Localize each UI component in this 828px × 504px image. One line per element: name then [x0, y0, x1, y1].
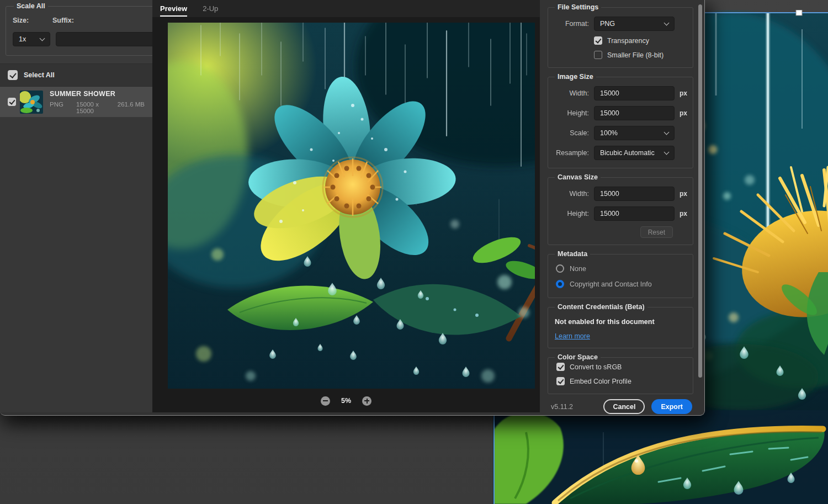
smaller-file-checkbox[interactable] [594, 51, 602, 59]
image-height-unit: px [680, 109, 687, 117]
tab-preview[interactable]: Preview [160, 0, 187, 17]
cancel-button[interactable]: Cancel [603, 399, 645, 414]
metadata-none-label: None [570, 265, 586, 273]
version-text: v5.11.2 [551, 403, 573, 411]
image-size-legend: Image Size [555, 73, 596, 81]
format-label: Format: [554, 20, 589, 28]
image-size-group: Image Size Width: px Height: px Scale: 1… [548, 73, 693, 168]
file-size: 261.6 MB [118, 101, 145, 114]
content-credentials-group: Content Credentials (Beta) Not enabled f… [548, 303, 693, 348]
metadata-none-radio[interactable] [556, 264, 564, 273]
export-button[interactable]: Export [651, 399, 692, 414]
file-list: Select All SUM [0, 63, 152, 412]
transparency-label: Transparency [607, 37, 649, 45]
chevron-down-icon [664, 129, 670, 135]
content-credentials-legend: Content Credentials (Beta) [555, 303, 647, 311]
zoom-out-button[interactable] [321, 396, 330, 406]
dialog-footer: v5.11.2 Cancel Export [540, 399, 704, 416]
chevron-down-icon [664, 20, 670, 25]
file-format: PNG [50, 101, 76, 114]
export-settings-panel: File Settings Format: PNG Transparency S… [540, 0, 704, 415]
embed-profile-row[interactable]: Embed Color Profile [556, 377, 687, 385]
scale-value: 100% [600, 129, 618, 137]
metadata-copyright-label: Copyright and Contact Info [570, 280, 652, 288]
export-as-dialog: Scale All Size: Suffix: 1x [0, 0, 705, 416]
color-space-group: Color Space Convert to sRGB Embed Color … [548, 353, 693, 394]
chevron-down-icon [664, 149, 670, 155]
preview-tabbar: Preview 2-Up [152, 0, 540, 17]
content-credentials-status: Not enabled for this document [555, 318, 687, 326]
size-label: Size: [13, 17, 52, 24]
zoom-controls: 5% [152, 389, 540, 412]
scale-all-legend: Scale All [14, 2, 48, 10]
metadata-none-row[interactable]: None [556, 264, 687, 273]
canvas-width-input[interactable] [594, 187, 675, 201]
file-name: SUMMER SHOWER [50, 90, 145, 98]
resample-value: Bicubic Automatic [600, 149, 655, 157]
format-value: PNG [600, 20, 615, 28]
file-thumbnail [20, 91, 43, 114]
suffix-label: Suffix: [52, 17, 167, 24]
select-all-checkbox[interactable] [8, 70, 18, 80]
resample-select[interactable]: Bicubic Automatic [594, 146, 675, 160]
metadata-copyright-radio[interactable] [556, 280, 564, 288]
image-height-input[interactable] [594, 106, 675, 120]
scale-panel: Scale All Size: Suffix: 1x [0, 0, 152, 412]
canvas-height-label: Height: [554, 210, 589, 217]
scale-select[interactable]: 100% [594, 126, 675, 140]
scale-size-value: 1x [19, 35, 26, 43]
convert-srgb-row[interactable]: Convert to sRGB [556, 363, 687, 371]
canvas-width-label: Width: [554, 190, 589, 198]
smaller-file-label: Smaller File (8-bit) [607, 51, 664, 59]
canvas-size-group: Canvas Size Width: px Height: px Reset [548, 173, 693, 245]
preview-canvas [152, 17, 540, 389]
convert-srgb-label: Convert to sRGB [570, 363, 622, 371]
tab-2up[interactable]: 2-Up [203, 0, 218, 17]
file-row[interactable]: SUMMER SHOWER PNG 15000 x 15000 261.6 MB [0, 87, 152, 117]
image-width-label: Width: [554, 89, 589, 97]
preview-area: Preview 2-Up [152, 0, 540, 412]
select-all-label: Select All [24, 71, 55, 79]
select-all-row[interactable]: Select All [0, 64, 152, 87]
preview-image [168, 23, 535, 389]
resample-label: Resample: [554, 149, 589, 157]
canvas-size-legend: Canvas Size [555, 173, 601, 181]
image-width-input[interactable] [594, 86, 675, 100]
image-width-unit: px [680, 89, 687, 97]
file-info: SUMMER SHOWER PNG 15000 x 15000 261.6 MB [50, 90, 145, 114]
format-select[interactable]: PNG [594, 17, 675, 31]
color-space-legend: Color Space [555, 353, 601, 361]
zoom-level: 5% [341, 397, 351, 405]
image-height-label: Height: [554, 109, 589, 117]
file-checkbox[interactable] [8, 98, 16, 106]
zoom-in-button[interactable] [362, 396, 371, 406]
canvas-width-unit: px [680, 190, 687, 198]
smaller-file-row[interactable]: Smaller File (8-bit) [594, 51, 687, 59]
reset-button[interactable]: Reset [640, 226, 673, 238]
learn-more-link[interactable]: Learn more [555, 332, 590, 340]
file-settings-group: File Settings Format: PNG Transparency S… [548, 3, 693, 68]
suffix-input[interactable] [56, 32, 157, 46]
embed-profile-label: Embed Color Profile [570, 378, 631, 385]
embed-profile-checkbox[interactable] [556, 377, 565, 385]
file-settings-legend: File Settings [555, 3, 601, 11]
scale-size-select[interactable]: 1x [13, 32, 50, 46]
chevron-down-icon [40, 35, 45, 41]
scale-label: Scale: [554, 129, 589, 137]
metadata-group: Metadata None Copyright and Contact Info [548, 250, 693, 298]
canvas-height-unit: px [680, 210, 687, 217]
canvas-height-input[interactable] [594, 206, 675, 221]
transparency-row[interactable]: Transparency [594, 36, 687, 45]
file-dimensions: 15000 x 15000 [76, 101, 118, 114]
metadata-copyright-row[interactable]: Copyright and Contact Info [556, 280, 687, 288]
convert-srgb-checkbox[interactable] [556, 363, 565, 371]
panel-scrollbar[interactable] [698, 4, 702, 378]
metadata-legend: Metadata [555, 250, 590, 258]
transparency-checkbox[interactable] [594, 36, 602, 45]
